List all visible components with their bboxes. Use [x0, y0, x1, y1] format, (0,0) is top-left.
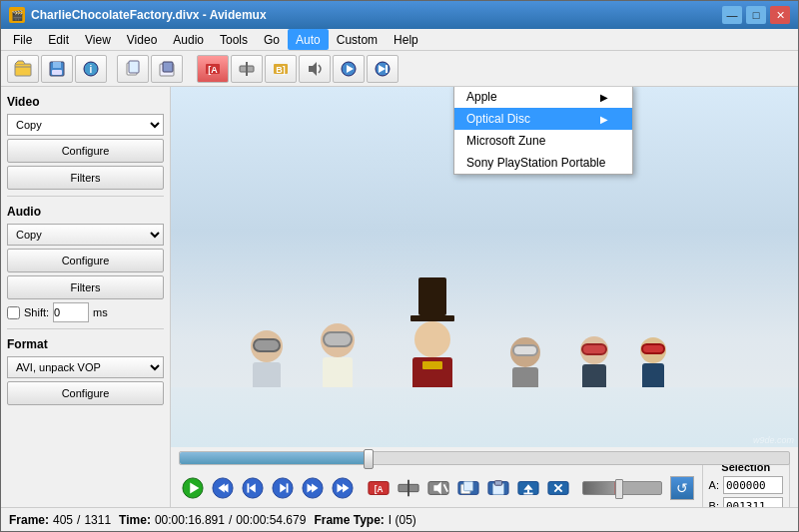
menu-view[interactable]: View: [77, 29, 119, 50]
frame-label: Frame:: [9, 513, 49, 527]
audio-filters-btn[interactable]: Filters: [7, 275, 164, 299]
menu-audio[interactable]: Audio: [165, 29, 212, 50]
export-button[interactable]: [514, 474, 542, 502]
volume-slider[interactable]: [582, 481, 662, 495]
svg-rect-3: [52, 70, 62, 75]
toolbar-mark-in[interactable]: [A: [197, 55, 229, 83]
toolbar-copy-a[interactable]: [117, 55, 149, 83]
svg-rect-48: [463, 482, 472, 491]
svg-rect-51: [494, 481, 501, 486]
shift-checkbox[interactable]: [7, 306, 20, 319]
right-content: w9de.com Apple ▶ Optical Disc ▶ Microsof…: [171, 87, 798, 507]
rewind-start-button[interactable]: [209, 474, 237, 502]
toolbar-playback[interactable]: [333, 55, 365, 83]
frame-separator: /: [77, 513, 80, 527]
submenu-arrow-apple: ▶: [600, 92, 608, 103]
shift-label: Shift:: [24, 306, 49, 318]
menu-video[interactable]: Video: [119, 29, 165, 50]
audio-codec-select[interactable]: Copy: [7, 224, 164, 246]
maximize-button[interactable]: □: [746, 6, 766, 24]
app-icon: 🎬: [9, 7, 25, 23]
menu-bar: File Edit View Video Audio Tools Go Auto…: [1, 29, 798, 51]
menu-custom[interactable]: Custom: [329, 29, 386, 50]
time-status: Time: 00:00:16.891 / 00:00:54.679: [119, 513, 306, 527]
menu-file[interactable]: File: [5, 29, 40, 50]
toolbar-split[interactable]: [231, 55, 263, 83]
head-4: [580, 336, 608, 364]
frametype-status: Frame Type: I (05): [314, 513, 415, 527]
menu-help[interactable]: Help: [386, 29, 426, 50]
svg-rect-9: [163, 62, 173, 72]
menu-tools[interactable]: Tools: [212, 29, 256, 50]
svg-marker-16: [309, 62, 317, 76]
app-window: 🎬 CharlieChocolateFactory.divx - Avidemu…: [0, 0, 799, 532]
refresh-button[interactable]: ↺: [670, 476, 694, 500]
audio-section-label: Audio: [7, 205, 164, 219]
playback-buttons: [A: [179, 474, 572, 502]
forward-end-button[interactable]: [329, 474, 357, 502]
close-button[interactable]: ✕: [770, 6, 790, 24]
fast-forward-button[interactable]: [299, 474, 327, 502]
mark-a-button[interactable]: [A: [365, 474, 393, 502]
seekbar-thumb[interactable]: [364, 449, 374, 469]
menu-apple[interactable]: Apple ▶: [454, 87, 632, 108]
shift-input[interactable]: [53, 302, 89, 322]
minimize-button[interactable]: —: [722, 6, 742, 24]
time-separator: /: [229, 513, 232, 527]
paste-button[interactable]: [484, 474, 512, 502]
play-button[interactable]: [179, 474, 207, 502]
snow-ground: [171, 387, 798, 447]
video-section-label: Video: [7, 95, 164, 109]
audio-configure-btn[interactable]: Configure: [7, 249, 164, 272]
panel-divider-2: [7, 328, 164, 329]
format-select[interactable]: AVI, unpack VOP: [7, 356, 164, 378]
auto-dropdown-menu: Apple ▶ Optical Disc ▶ Microsoft Zune So…: [453, 87, 633, 175]
split-button[interactable]: [395, 474, 422, 502]
seekbar[interactable]: [179, 451, 790, 465]
toolbar-volume[interactable]: [299, 55, 331, 83]
title-controls: — □ ✕: [722, 6, 790, 24]
toolbar-save[interactable]: [41, 55, 73, 83]
video-codec-select[interactable]: Copy: [7, 114, 164, 136]
window-title: CharlieChocolateFactory.divx - Avidemux: [31, 8, 267, 22]
menu-edit[interactable]: Edit: [40, 29, 77, 50]
video-container: w9de.com Apple ▶ Optical Disc ▶ Microsof…: [171, 87, 798, 447]
content-area: Video Copy Configure Filters Audio Copy …: [1, 87, 798, 507]
prev-frame-button[interactable]: [239, 474, 267, 502]
selection-b-label: B:: [709, 500, 719, 507]
next-frame-button[interactable]: [269, 474, 297, 502]
toolbar-info[interactable]: i: [75, 55, 107, 83]
menu-zune[interactable]: Microsoft Zune: [454, 130, 632, 152]
volume-thumb[interactable]: [615, 479, 623, 499]
menu-go[interactable]: Go: [256, 29, 288, 50]
panel-divider-1: [7, 196, 164, 197]
menu-optical-disc[interactable]: Optical Disc ▶: [454, 108, 632, 130]
video-filters-btn[interactable]: Filters: [7, 166, 164, 190]
toolbar-open[interactable]: [7, 55, 39, 83]
format-configure-btn[interactable]: Configure: [7, 381, 164, 405]
selection-b-input[interactable]: [723, 497, 783, 507]
toolbar: i [A B]: [1, 51, 798, 87]
svg-text:B]: B]: [276, 65, 286, 75]
selection-a-input[interactable]: [723, 476, 783, 494]
toolbar-copy-b[interactable]: [151, 55, 183, 83]
delete-button[interactable]: [544, 474, 572, 502]
svg-rect-2: [53, 62, 61, 68]
selection-b-row: B:: [709, 497, 783, 507]
submenu-arrow-optical: ▶: [600, 114, 608, 125]
time-total: 00:00:54.679: [236, 513, 306, 527]
head-5: [640, 337, 666, 363]
head-2: [321, 323, 355, 357]
watermark: w9de.com: [753, 435, 794, 445]
menu-psp[interactable]: Sony PlayStation Portable: [454, 152, 632, 174]
frame-current: 405: [53, 513, 73, 527]
toolbar-next[interactable]: [367, 55, 399, 83]
video-configure-btn[interactable]: Configure: [7, 139, 164, 163]
shift-row: Shift: ms: [7, 302, 164, 322]
svg-text:i: i: [90, 64, 93, 75]
mute-button[interactable]: [424, 474, 452, 502]
toolbar-mark-out[interactable]: B]: [265, 55, 297, 83]
head-wonka: [414, 321, 450, 357]
menu-auto[interactable]: Auto: [288, 29, 329, 50]
copy-marker-button[interactable]: [454, 474, 482, 502]
